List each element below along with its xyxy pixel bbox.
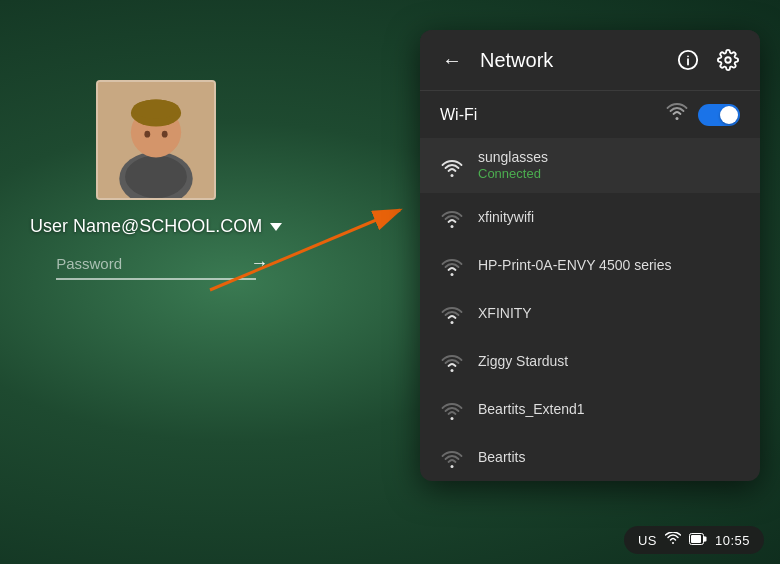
back-button[interactable]: ← [436,44,468,76]
network-list: sunglasses Connected xfinitywifi [420,138,760,481]
network-item-xfinity[interactable]: XFINITY [420,289,760,337]
user-row: User Name@SCHOOL.COM [30,216,282,237]
network-item-beartits-extend[interactable]: Beartits_Extend1 [420,385,760,433]
wifi-signal-icon-ziggy [440,349,464,373]
wifi-signal-icon-beartits [440,445,464,469]
panel-header: ← Network [420,30,760,91]
network-name: Beartits [478,448,740,466]
panel-title: Network [480,49,660,72]
network-item-xfinitywifi[interactable]: xfinitywifi [420,193,760,241]
wifi-signal-icon-xfinity2 [440,301,464,325]
svg-point-2 [125,155,187,198]
header-icons [672,44,744,76]
network-item-sunglasses[interactable]: sunglasses Connected [420,138,760,193]
toggle-knob [720,106,738,124]
svg-point-6 [145,131,151,138]
svg-rect-16 [704,537,706,542]
network-panel: ← Network Wi-Fi [420,30,760,481]
svg-point-7 [162,131,168,138]
wifi-controls [666,103,740,126]
info-icon [677,49,699,71]
wifi-signal-icon-beartits-ext [440,397,464,421]
network-info-beartits: Beartits [478,448,740,466]
wifi-signal-icon-hp [440,253,464,277]
network-item-hp-print[interactable]: HP-Print-0A-ENVY 4500 series [420,241,760,289]
svg-point-12 [687,55,689,57]
avatar [96,80,216,200]
svg-rect-15 [691,535,701,543]
password-field-row: → [56,253,256,280]
svg-point-5 [133,99,179,118]
network-name: Beartits_Extend1 [478,400,740,418]
wifi-label: Wi-Fi [440,106,477,124]
gear-icon [717,49,739,71]
submit-button[interactable]: → [246,253,272,274]
svg-point-13 [725,57,731,63]
network-name: XFINITY [478,304,740,322]
taskbar-wifi-icon [665,532,681,548]
chevron-down-icon[interactable] [270,223,282,231]
network-info-beartits-ext: Beartits_Extend1 [478,400,740,418]
wifi-signal-icon [666,103,688,126]
username-label: User Name@SCHOOL.COM [30,216,262,237]
taskbar: US 10:55 [624,526,764,554]
taskbar-region: US [638,533,657,548]
network-info-hp: HP-Print-0A-ENVY 4500 series [478,256,740,274]
network-info-ziggy: Ziggy Stardust [478,352,740,370]
network-info-xfinity2: XFINITY [478,304,740,322]
wifi-signal-icon-sunglasses [440,154,464,178]
info-button[interactable] [672,44,704,76]
network-name: HP-Print-0A-ENVY 4500 series [478,256,740,274]
network-name: Ziggy Stardust [478,352,740,370]
network-name: xfinitywifi [478,208,740,226]
network-info-sunglasses: sunglasses Connected [478,148,740,183]
wifi-header-row: Wi-Fi [420,91,760,138]
taskbar-time: 10:55 [715,533,750,548]
password-input[interactable] [56,255,246,272]
login-area: User Name@SCHOOL.COM → [30,80,282,280]
network-item-ziggy[interactable]: Ziggy Stardust [420,337,760,385]
network-name: sunglasses [478,148,740,166]
wifi-toggle[interactable] [698,104,740,126]
taskbar-battery-icon [689,532,707,548]
network-item-beartits[interactable]: Beartits [420,433,760,481]
wifi-signal-icon-xfinity [440,205,464,229]
settings-button[interactable] [712,44,744,76]
network-status-connected: Connected [478,166,740,183]
network-info-xfinitywifi: xfinitywifi [478,208,740,226]
